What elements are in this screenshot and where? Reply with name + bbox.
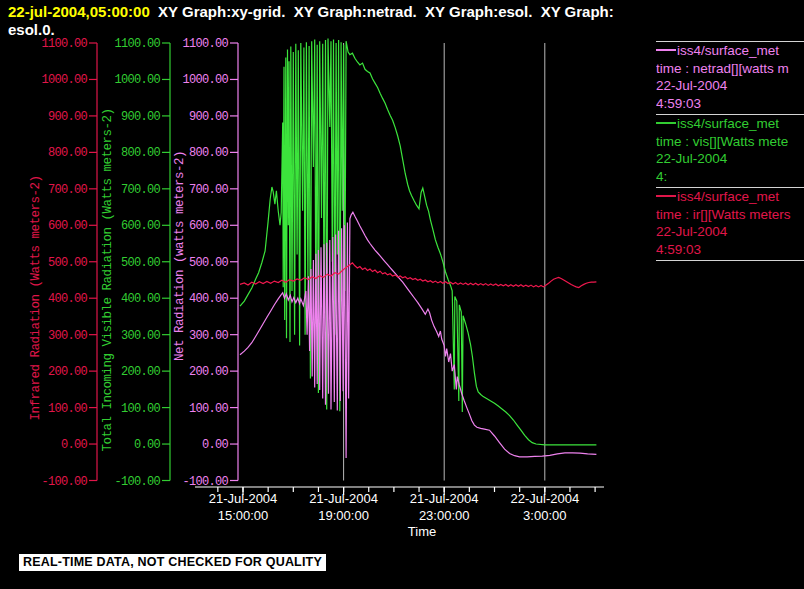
y-tick-label-net: 500.00 [189,256,229,270]
legend-source: iss4/surface_met [677,116,779,131]
y-tick-label-net: 700.00 [189,183,229,197]
y-tick-label-net: 800.00 [189,146,229,160]
legend-time: 4:59:03 [656,241,804,259]
legend-date: 22-Jul-2004 [656,223,804,241]
legend-date: 22-Jul-2004 [656,77,804,95]
y-tick-label-net: 200.00 [189,365,229,379]
legend-line-sample [656,122,676,124]
title-graph-list: XY Graph:xy-grid. XY Graph:netrad. XY Gr… [150,3,614,20]
y-tick-label-infrared: 500.00 [48,256,88,270]
legend-entry-vis[interactable]: iss4/surface_met time : vis[][Watts mete… [656,114,804,187]
app-window: 1100.001000.00900.00800.00700.00600.0050… [0,0,804,589]
x-tick-time: 19:00:00 [318,508,369,523]
y-tick-label-net: 900.00 [189,110,229,124]
y-tick-label-visible: 800.00 [121,146,161,160]
legend-date: 22-Jul-2004 [656,150,804,168]
y-tick-label-visible: 400.00 [121,292,161,306]
y-tick-label-net: 0.00 [202,438,229,452]
y-tick-label-infrared: 1000.00 [41,73,87,87]
y-tick-label-visible: 600.00 [121,219,161,233]
window-title: 22-jul-2004,05:00:00 XY Graph:xy-grid. X… [8,3,798,39]
legend-line-sample [656,49,676,51]
legend-entry-netrad[interactable]: iss4/surface_met time : netrad[][watts m… [656,41,804,114]
x-tick-date: 21-Jul-2004 [410,491,479,506]
legend-source: iss4/surface_met [677,43,779,58]
legend-line-sample [656,195,676,197]
x-tick-date: 22-Jul-2004 [510,491,579,506]
y-tick-label-infrared: 400.00 [48,292,88,306]
quality-notice: REAL-TIME DATA, NOT CHECKED FOR QUALITY [19,554,326,571]
y-axis-title-net: Net Radiation (watts meters-2) [173,151,187,361]
x-tick-date: 21-Jul-2004 [209,491,278,506]
y-tick-label-infrared: 800.00 [48,146,88,160]
x-tick-time: 23:00:00 [419,508,470,523]
y-tick-label-infrared: 100.00 [48,402,88,416]
y-tick-label-visible: 900.00 [121,110,161,124]
legend-field: time : ir[][Watts meters [656,206,804,224]
x-tick-time: 15:00:00 [218,508,269,523]
y-tick-label-infrared: 1100.00 [41,37,87,51]
legend-panel: iss4/surface_met time : netrad[][watts m… [656,41,804,261]
y-tick-label-visible: 1000.00 [114,73,160,87]
legend-field: time : netrad[][watts m [656,60,804,78]
y-tick-label-net: 1000.00 [182,73,228,87]
y-tick-label-infrared: 200.00 [48,365,88,379]
y-tick-label-net: 600.00 [189,219,229,233]
title-datetime: 22-jul-2004,05:00:00 [8,3,150,20]
legend-source: iss4/surface_met [677,189,779,204]
y-tick-label-net: 400.00 [189,292,229,306]
title-line-1: 22-jul-2004,05:00:00 XY Graph:xy-grid. X… [8,3,798,21]
y-tick-label-infrared: 600.00 [48,219,88,233]
plot-region[interactable] [240,43,604,481]
y-tick-label-visible: 500.00 [121,256,161,270]
title-line-2: esol.0. [8,21,798,39]
y-tick-label-infrared: 300.00 [48,329,88,343]
y-tick-label-visible: -100.00 [114,475,160,489]
y-tick-label-net: 300.00 [189,329,229,343]
legend-time: 4:59:03 [656,95,804,113]
y-axis-title-visible: Total Incoming Visible Radiation (Watts … [101,108,115,451]
y-tick-label-net: 1100.00 [182,37,228,51]
x-axis-title: Time [408,524,436,539]
y-tick-label-visible: 1100.00 [114,37,160,51]
x-tick-time: 3:00:00 [523,508,566,523]
x-tick-date: 21-Jul-2004 [309,491,378,506]
y-tick-label-net: 100.00 [189,402,229,416]
y-tick-label-visible: 700.00 [121,183,161,197]
legend-field: time : vis[][Watts mete [656,133,804,151]
y-tick-label-visible: 300.00 [121,329,161,343]
y-tick-label-visible: 200.00 [121,365,161,379]
y-tick-label-infrared: 700.00 [48,183,88,197]
legend-entry-ir[interactable]: iss4/surface_met time : ir[][Watts meter… [656,187,804,260]
y-axis-title-infrared: Infrared Radiation (Watts meters-2) [29,175,43,420]
y-tick-label-infrared: 0.00 [61,438,88,452]
y-tick-label-visible: 100.00 [121,402,161,416]
y-tick-label-infrared: 900.00 [48,110,88,124]
y-tick-label-visible: 0.00 [134,438,161,452]
y-tick-label-infrared: -100.00 [41,475,87,489]
legend-time: 4: [656,168,804,186]
